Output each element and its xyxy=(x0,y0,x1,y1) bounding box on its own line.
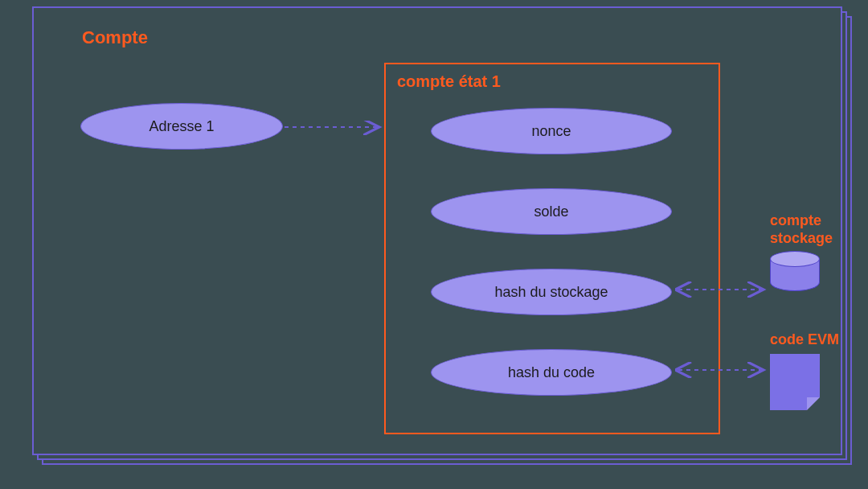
field-balance: solde xyxy=(431,188,672,235)
field-storage-hash: hash du stockage xyxy=(431,269,672,315)
storage-label: compte stockage xyxy=(770,212,858,247)
field-code-hash: hash du code xyxy=(431,349,672,396)
field-label: nonce xyxy=(531,123,571,140)
field-label: hash du stockage xyxy=(494,284,608,301)
address-label: Adresse 1 xyxy=(149,118,214,135)
ellipse-shape: solde xyxy=(431,188,672,235)
outer-title: Compte xyxy=(82,27,148,48)
storage-icon xyxy=(770,251,820,296)
code-icon xyxy=(770,354,820,410)
field-label: hash du code xyxy=(508,364,595,381)
ellipse-shape: nonce xyxy=(431,108,672,154)
ellipse-shape: hash du stockage xyxy=(431,269,672,315)
address-node: Adresse 1 xyxy=(80,103,283,150)
state-title: compte état 1 xyxy=(397,72,501,91)
account-state-box: compte état 1 nonce solde hash du stocka… xyxy=(384,63,720,434)
field-nonce: nonce xyxy=(431,108,672,154)
ellipse-shape: hash du code xyxy=(431,349,672,396)
code-label: code EVM xyxy=(770,331,858,349)
ellipse-shape: Adresse 1 xyxy=(80,103,283,150)
field-label: solde xyxy=(534,203,568,220)
